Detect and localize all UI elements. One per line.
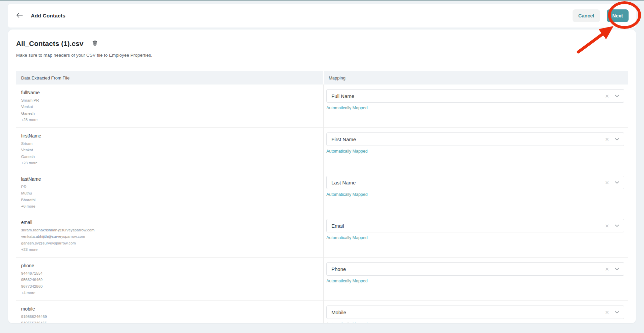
page-title: Add Contacts <box>31 13 65 19</box>
clear-icon[interactable]: ✕ <box>605 137 609 142</box>
csv-sample-values: Sriram PRVenkatGanesh+23 more <box>21 97 323 123</box>
sample-value: 9566246469 <box>21 277 323 283</box>
mapping-select[interactable]: Mobile ✕ <box>326 306 624 319</box>
auto-mapped-label: Automatically Mapped <box>326 322 628 323</box>
clear-icon[interactable]: ✕ <box>605 267 609 272</box>
auto-mapped-label: Automatically Mapped <box>326 279 628 283</box>
auto-mapped-label: Automatically Mapped <box>326 235 628 240</box>
csv-column-name: phone <box>21 263 323 268</box>
mapping-cell: Mobile ✕ Automatically Mapped <box>323 301 628 323</box>
sample-value: Sriram <box>21 141 323 147</box>
mapping-cell: Phone ✕ Automatically Mapped <box>323 258 628 300</box>
table-row: firstName SriramVenkatGanesh+23 more Fir… <box>16 128 628 171</box>
csv-sample-values: SriramVenkatGanesh+23 more <box>21 141 323 166</box>
sample-value: Ganesh <box>21 110 323 117</box>
mapping-instructions: Make sure to map headers of your CSV fil… <box>16 53 636 58</box>
mapping-select[interactable]: Phone ✕ <box>326 262 624 276</box>
table-row: email sriram.radhakrishnan@surveysparrow… <box>16 214 628 258</box>
auto-mapped-label: Automatically Mapped <box>326 106 628 110</box>
sample-value: Venkat <box>21 147 323 153</box>
csv-column-name: fullName <box>21 90 323 95</box>
mapping-cell: Last Name ✕ Automatically Mapped <box>323 171 628 214</box>
table-row: mobile 919566246469919566246466 Mobile ✕… <box>16 301 628 323</box>
more-count: +23 more <box>21 160 323 166</box>
mapping-select-value: First Name <box>331 136 605 142</box>
sample-value: ganesh.sv@surveysparrow.com <box>21 240 323 246</box>
arrow-left-icon <box>16 12 23 19</box>
sample-value: Sriram PR <box>21 97 323 104</box>
csv-sample-values: PRMuthuBharathi+6 more <box>21 184 323 210</box>
clear-icon[interactable]: ✕ <box>605 180 609 185</box>
csv-column-name: firstName <box>21 133 323 138</box>
csv-column-cell: fullName Sriram PRVenkatGanesh+23 more <box>16 85 323 127</box>
back-button[interactable] <box>15 12 23 20</box>
csv-sample-values: sriram.radhakrishnan@surveysparrow.comve… <box>21 227 323 253</box>
mapping-select-value: Last Name <box>331 180 605 185</box>
mapping-select[interactable]: First Name ✕ <box>326 132 624 146</box>
chevron-down-icon[interactable] <box>615 181 619 184</box>
next-button[interactable]: Next <box>607 9 629 22</box>
csv-column-cell: mobile 919566246469919566246466 <box>16 301 323 323</box>
mapping-select-value: Mobile <box>331 310 605 315</box>
csv-sample-values: 919566246469919566246466 <box>21 314 323 323</box>
chevron-down-icon[interactable] <box>615 95 619 97</box>
more-count: +23 more <box>21 117 323 123</box>
mapping-cell: Full Name ✕ Automatically Mapped <box>323 85 628 127</box>
auto-mapped-label: Automatically Mapped <box>326 149 628 154</box>
table-body: fullName Sriram PRVenkatGanesh+23 more F… <box>16 85 628 323</box>
mapping-select[interactable]: Full Name ✕ <box>326 89 624 103</box>
cancel-button[interactable]: Cancel <box>573 9 600 22</box>
csv-column-name: lastName <box>21 176 323 182</box>
chevron-down-icon[interactable] <box>615 268 619 270</box>
sample-value: Bharathi <box>21 197 323 203</box>
clear-icon[interactable]: ✕ <box>605 94 609 99</box>
mapping-cell: Email ✕ Automatically Mapped <box>323 214 628 257</box>
more-count: +6 more <box>21 203 323 210</box>
sample-value: 9677342860 <box>21 283 323 290</box>
sample-value: Muthu <box>21 190 323 197</box>
csv-column-cell: firstName SriramVenkatGanesh+23 more <box>16 128 323 171</box>
csv-column-cell: lastName PRMuthuBharathi+6 more <box>16 171 323 214</box>
csv-sample-values: 944467155495662464699677342860+4 more <box>21 270 323 296</box>
more-count: +23 more <box>21 246 323 253</box>
mapping-cell: First Name ✕ Automatically Mapped <box>323 128 628 171</box>
mapping-select[interactable]: Email ✕ <box>326 219 624 232</box>
sample-value: 919566246466 <box>21 320 323 323</box>
sample-value: 919566246469 <box>21 314 323 320</box>
mapping-select-value: Email <box>331 223 605 229</box>
sample-value: Ganesh <box>21 154 323 160</box>
table-header: Data Extracted From File Mapping <box>16 71 628 85</box>
mapping-select-value: Phone <box>331 266 605 272</box>
chevron-down-icon[interactable] <box>615 311 619 314</box>
table-row: fullName Sriram PRVenkatGanesh+23 more F… <box>16 85 628 128</box>
top-accent-line <box>0 0 644 1</box>
title-divider <box>88 40 88 47</box>
sample-value: 9444671554 <box>21 270 323 277</box>
more-count: +4 more <box>21 290 323 296</box>
clear-icon[interactable]: ✕ <box>605 223 609 228</box>
csv-column-name: mobile <box>21 306 323 312</box>
sample-value: Venkat <box>21 104 323 110</box>
sample-value: venkata.abhijith@surveysparrow.com <box>21 233 323 240</box>
csv-column-cell: phone 944467155495662464699677342860+4 m… <box>16 258 323 300</box>
csv-mapping-card: All_Contacts (1).csv Make sure to map he… <box>8 30 636 323</box>
clear-icon[interactable]: ✕ <box>605 310 609 315</box>
file-name: All_Contacts (1).csv <box>16 40 84 48</box>
csv-column-cell: email sriram.radhakrishnan@surveysparrow… <box>16 214 323 257</box>
chevron-down-icon[interactable] <box>615 224 619 227</box>
auto-mapped-label: Automatically Mapped <box>326 192 628 197</box>
top-bar: Add Contacts Cancel Next <box>8 4 636 27</box>
sample-value: sriram.radhakrishnan@surveysparrow.com <box>21 227 323 233</box>
mapping-select-value: Full Name <box>331 93 605 99</box>
trash-icon <box>93 40 97 47</box>
mapping-select[interactable]: Last Name ✕ <box>326 176 624 189</box>
chevron-down-icon[interactable] <box>615 138 619 141</box>
csv-column-name: email <box>21 220 323 225</box>
column-header-mapping: Mapping <box>324 71 628 85</box>
column-header-data: Data Extracted From File <box>16 71 323 85</box>
table-row: lastName PRMuthuBharathi+6 more Last Nam… <box>16 171 628 214</box>
file-title-row: All_Contacts (1).csv <box>16 40 636 48</box>
delete-file-button[interactable] <box>93 40 97 47</box>
table-row: phone 944467155495662464699677342860+4 m… <box>16 258 628 301</box>
sample-value: PR <box>21 184 323 190</box>
